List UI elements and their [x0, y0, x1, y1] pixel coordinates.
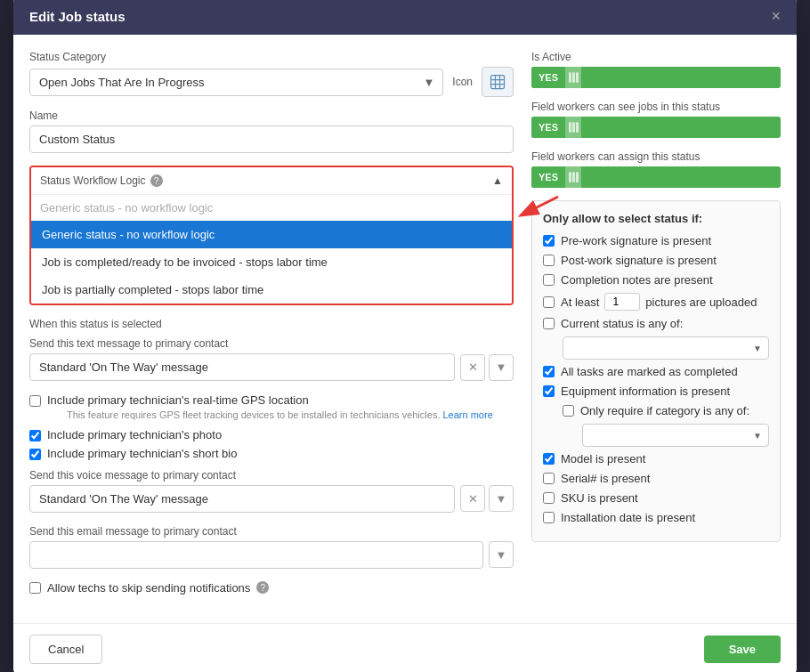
condition-notes-checkbox[interactable] [543, 274, 555, 286]
condition-equipment-checkbox[interactable] [543, 385, 555, 397]
workflow-option-0[interactable]: Generic status - no workflow logic [31, 221, 512, 248]
text-message-select-wrapper: Standard 'On The Way' message [29, 353, 455, 381]
learn-more-link[interactable]: Learn more [443, 409, 493, 420]
condition-install-date: Installation date is present [543, 511, 769, 524]
condition-tasks-label: All tasks are marked as completed [561, 365, 738, 378]
email-message-select[interactable] [29, 541, 483, 569]
condition-sku: SKU is present [543, 491, 769, 505]
workflow-container: Status Workflow Logic ? ▲ Generic status… [29, 166, 514, 305]
condition-serial-label: Serial# is present [561, 472, 650, 485]
field-workers-see-toggle[interactable]: YES [531, 117, 781, 138]
voice-message-select[interactable]: Standard 'On The Way' message [29, 485, 455, 513]
gps-checkbox[interactable] [29, 395, 41, 407]
condition-category-select-wrapper: ▼ [582, 424, 769, 447]
gps-info: This feature requires GPS fleet tracking… [67, 409, 493, 422]
condition-model-label: Model is present [561, 452, 645, 466]
name-input[interactable] [29, 125, 514, 153]
voice-message-dropdown-icon[interactable]: ▼ [489, 485, 514, 512]
text-message-group: Send this text message to primary contac… [29, 337, 514, 381]
allow-skip-checkbox[interactable] [29, 582, 41, 594]
name-group: Name [29, 109, 514, 153]
bio-checkbox[interactable] [29, 449, 41, 460]
condition-prework-checkbox[interactable] [543, 235, 555, 247]
voice-message-row: Standard 'On The Way' message ✕ ▼ [29, 485, 514, 513]
condition-current-status: Current status is any of: ▼ [543, 317, 769, 360]
save-button[interactable]: Save [704, 636, 781, 663]
condition-postwork-label: Post-work signature is present [561, 254, 717, 267]
field-workers-see-handle [565, 117, 581, 138]
is-active-value: YES [531, 67, 565, 88]
icon-label: Icon [452, 76, 473, 88]
condition-prework: Pre-work signature is present [543, 234, 769, 247]
status-category-select[interactable]: Open Jobs That Are In Progress [29, 69, 443, 96]
email-message-group: Send this email message to primary conta… [29, 525, 514, 569]
allow-skip-help-icon[interactable]: ? [256, 581, 269, 594]
field-workers-assign-handle [565, 166, 581, 188]
condition-current-status-checkbox[interactable] [543, 318, 555, 329]
allow-skip-row: Allow techs to skip sending notification… [29, 581, 514, 595]
email-message-dropdown-icon[interactable]: ▼ [489, 541, 514, 568]
when-selected-label: When this status is selected [29, 318, 514, 330]
condition-equipment: Equipment information is present [543, 385, 769, 398]
status-category-label: Status Category [29, 51, 514, 63]
field-workers-assign-label: Field workers can assign this status [531, 150, 781, 163]
cancel-button[interactable]: Cancel [29, 635, 102, 664]
condition-postwork-checkbox[interactable] [543, 255, 555, 266]
condition-sku-checkbox[interactable] [543, 492, 555, 504]
text-message-dropdown-icon[interactable]: ▼ [489, 354, 514, 381]
condition-current-status-select[interactable] [563, 336, 769, 360]
field-workers-see-group: Field workers can see jobs in this statu… [531, 101, 781, 138]
workflow-selected-display: Generic status - no workflow logic [31, 195, 512, 221]
workflow-option-2[interactable]: Job is partially completed - stops labor… [31, 276, 512, 304]
is-active-label: Is Active [531, 51, 781, 63]
condition-pictures: At least pictures are uploaded [543, 293, 769, 311]
workflow-option-1[interactable]: Job is completed/ready to be invoiced - … [31, 248, 512, 276]
bio-label: Include primary technician's short bio [47, 447, 237, 460]
condition-serial-checkbox[interactable] [543, 473, 555, 484]
modal-title: Edit Job status [29, 9, 126, 24]
email-message-actions: ▼ [489, 541, 514, 568]
pictures-number-input[interactable] [604, 293, 640, 311]
condition-category-checkbox[interactable] [563, 405, 574, 417]
text-message-clear-icon[interactable]: ✕ [460, 354, 485, 381]
voice-message-group: Send this voice message to primary conta… [29, 469, 514, 513]
condition-category-row: Only require if category is any of: [563, 404, 769, 417]
edit-job-status-modal: Edit Job status × Status Category Open J… [13, 0, 797, 672]
text-message-select[interactable]: Standard 'On The Way' message [29, 353, 455, 381]
condition-tasks-checkbox[interactable] [543, 366, 555, 377]
status-category-select-wrapper: Open Jobs That Are In Progress ▼ [29, 69, 443, 96]
condition-install-date-checkbox[interactable] [543, 512, 555, 523]
workflow-chevron-icon[interactable]: ▲ [492, 174, 503, 187]
condition-equipment-label: Equipment information is present [561, 385, 730, 398]
condition-pictures-checkbox[interactable] [543, 296, 555, 308]
condition-pictures-inline: At least pictures are uploaded [561, 293, 757, 311]
status-category-group: Status Category Open Jobs That Are In Pr… [29, 51, 514, 97]
workflow-options-list: Generic status - no workflow logic Job i… [31, 221, 512, 304]
workflow-help-icon[interactable]: ? [150, 174, 163, 187]
gps-label: Include primary technician's real-time G… [47, 393, 309, 407]
icon-button[interactable] [482, 67, 514, 97]
email-message-label: Send this email message to primary conta… [29, 525, 514, 538]
name-label: Name [29, 109, 514, 122]
is-active-toggle[interactable]: YES [531, 67, 781, 88]
voice-message-actions: ✕ ▼ [460, 485, 514, 512]
right-panel: Is Active YES Field workers can see jobs… [531, 51, 781, 606]
close-button[interactable]: × [771, 8, 781, 24]
field-workers-assign-toggle[interactable]: YES [531, 166, 781, 188]
field-workers-see-value: YES [531, 117, 565, 138]
conditions-title: Only allow to select status if: [543, 212, 769, 225]
is-active-handle [565, 67, 581, 88]
photo-label: Include primary technician's photo [47, 428, 222, 441]
condition-prework-label: Pre-work signature is present [561, 234, 711, 247]
bio-checkbox-item: Include primary technician's short bio [29, 447, 514, 460]
photo-checkbox[interactable] [29, 430, 41, 441]
svg-rect-0 [491, 76, 505, 89]
condition-category-select[interactable] [582, 424, 769, 447]
modal-footer: Cancel Save [13, 623, 797, 672]
condition-model-checkbox[interactable] [543, 453, 555, 465]
text-message-row: Standard 'On The Way' message ✕ ▼ [29, 353, 514, 381]
email-message-select-wrapper [29, 541, 483, 569]
condition-serial: Serial# is present [543, 472, 769, 485]
voice-message-clear-icon[interactable]: ✕ [460, 485, 485, 512]
voice-message-select-wrapper: Standard 'On The Way' message [29, 485, 455, 513]
